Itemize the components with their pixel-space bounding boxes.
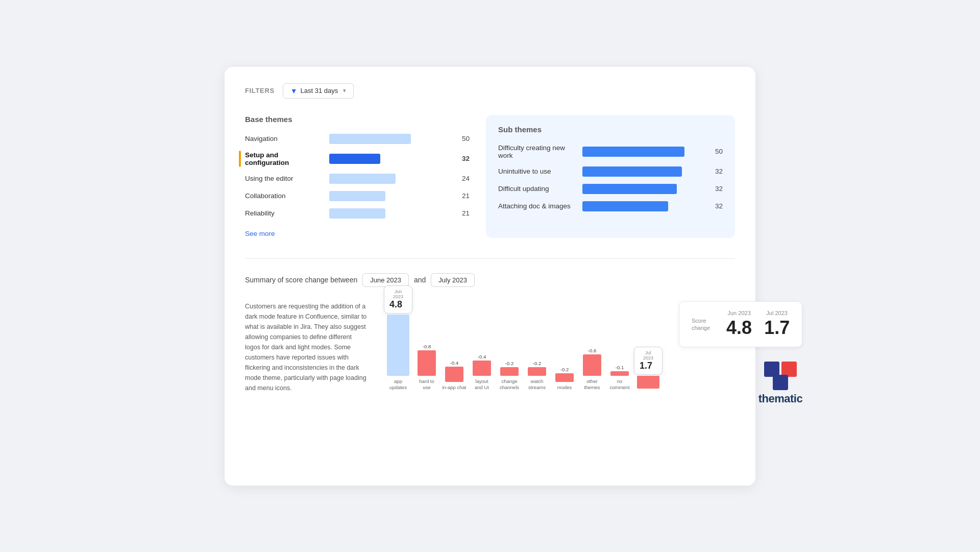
- val-label: -0.1: [616, 365, 624, 370]
- thematic-text: thematic: [758, 392, 802, 405]
- theme-bar: [329, 174, 396, 184]
- bar-wrapper: [329, 208, 452, 219]
- sc-jun-label: Jun 2023: [727, 310, 750, 316]
- sc-row-label: Score: [692, 318, 710, 324]
- wf-col: -0.6 otherthemes: [579, 300, 605, 391]
- sc-jul-label: Jul 2023: [766, 310, 788, 316]
- filter-value: Last 31 days: [301, 87, 338, 94]
- wf-bar: [500, 367, 519, 376]
- chart-description: Customers are requesting the addition of…: [245, 301, 368, 393]
- x-label: changechannels: [500, 378, 519, 391]
- sub-theme-row: Attaching doc & images 32: [498, 201, 723, 211]
- bar-wrapper: [582, 184, 705, 194]
- theme-name: Using the editor: [245, 175, 324, 182]
- wf-bar: [528, 367, 546, 376]
- x-label: hard touse: [419, 378, 434, 391]
- sc-jul-value: 1.7: [764, 317, 790, 339]
- bar-wrapper: [329, 154, 452, 164]
- wf-bar: [610, 371, 629, 376]
- wf-end-col: Jul 2023 1.7: [634, 347, 663, 391]
- theme-row: Navigation 50: [245, 134, 470, 144]
- thematic-logo-icon: [764, 362, 797, 390]
- val-label: -0.2: [533, 361, 541, 366]
- sub-theme-row: Difficulty creating new work 50: [498, 144, 723, 159]
- theme-bar: [329, 191, 385, 201]
- and-label: and: [414, 276, 426, 284]
- sub-theme-row: Unintuitive to use 32: [498, 166, 723, 177]
- theme-name: Difficulty creating new work: [498, 144, 577, 159]
- funnel-icon: ▼: [290, 87, 298, 95]
- theme-row-active: Setup and configuration 32: [245, 151, 470, 166]
- start-x-label: appupdates: [389, 378, 407, 391]
- sub-bar: [582, 147, 684, 157]
- theme-row: Collaboration 21: [245, 191, 470, 201]
- bar-wrapper: [582, 166, 705, 177]
- theme-count: 32: [457, 155, 470, 162]
- sub-bar: [582, 201, 668, 211]
- sub-themes: Sub themes Difficulty creating new work …: [486, 115, 735, 238]
- theme-count: 32: [710, 167, 723, 175]
- chevron-down-icon: ▾: [343, 87, 346, 94]
- val-label: -0.2: [505, 361, 513, 366]
- theme-count: 21: [457, 192, 470, 200]
- thematic-logo: thematic: [758, 362, 802, 405]
- main-card: FILTERS ▼ Last 31 days ▾ Base themes Nav…: [225, 67, 755, 486]
- theme-count: 50: [710, 148, 723, 155]
- date-pill-june[interactable]: June 2023: [362, 273, 409, 287]
- wf-col: -0.8 hard touse: [413, 317, 440, 391]
- sc-jun-value: 4.8: [726, 317, 752, 339]
- x-label: otherthemes: [584, 378, 600, 391]
- date-pill-july[interactable]: July 2023: [431, 273, 475, 287]
- val-label: -0.6: [588, 348, 596, 353]
- bar-wrapper: [329, 191, 452, 201]
- chart-area: Jun 2023 4.8 appupdates -0.8 hard touse: [384, 301, 663, 403]
- score-header: Summary of score change between June 202…: [245, 273, 735, 287]
- end-bar: [637, 376, 659, 389]
- theme-count: 50: [457, 135, 470, 142]
- start-sublabel: Jun 2023: [389, 289, 407, 299]
- svg-rect-2: [773, 375, 788, 390]
- theme-name: Navigation: [245, 135, 324, 142]
- theme-name: Collaboration: [245, 192, 324, 200]
- theme-count: 21: [457, 209, 470, 217]
- base-themes-title: Base themes: [245, 115, 470, 124]
- theme-name: Setup and configuration: [245, 151, 324, 166]
- theme-bar: [329, 208, 385, 219]
- start-value-pill: Jun 2023 4.8: [384, 285, 412, 314]
- wf-start-col: Jun 2023 4.8 appupdates: [384, 285, 412, 391]
- theme-name: Difficult updating: [498, 185, 577, 193]
- themes-section: Base themes Navigation 50 Setup and conf…: [245, 115, 735, 238]
- val-label: -0.8: [423, 344, 431, 349]
- wf-col: -0.2 watchstreams: [524, 306, 550, 391]
- base-themes: Base themes Navigation 50 Setup and conf…: [245, 115, 486, 238]
- chart-row: Customers are requesting the addition of…: [245, 301, 735, 405]
- sub-theme-row: Difficult updating 32: [498, 184, 723, 194]
- score-change-box: Score change Jun 2023 4.8 Jul 2023 1.7: [679, 301, 802, 347]
- wf-col: -0.4 in-app chat: [441, 322, 468, 391]
- end-value-pill: Jul 2023 1.7: [634, 347, 663, 375]
- sc-label-col: Score change: [692, 318, 710, 331]
- theme-bar: [329, 154, 380, 164]
- score-change-label: Summary of score change between: [245, 276, 357, 284]
- wf-col: -0.4 layoutand UI: [469, 309, 495, 391]
- theme-name: Attaching doc & images: [498, 202, 577, 210]
- wf-bar: [555, 373, 574, 382]
- filters-row: FILTERS ▼ Last 31 days ▾: [245, 83, 735, 99]
- theme-row: Reliability 21: [245, 208, 470, 219]
- val-label: -0.2: [560, 367, 569, 372]
- svg-rect-0: [764, 362, 779, 377]
- sc-values: Jun 2023 4.8 Jul 2023 1.7: [726, 310, 790, 339]
- theme-count: 32: [710, 202, 723, 210]
- theme-name: Unintuitive to use: [498, 167, 577, 175]
- theme-count: 32: [710, 185, 723, 193]
- wf-col: -0.2 changechannels: [496, 310, 523, 391]
- wf-col: -0.2 modes: [551, 308, 578, 391]
- see-more-link[interactable]: See more: [245, 230, 275, 237]
- wf-bar: [583, 354, 601, 376]
- sub-bar: [582, 166, 682, 177]
- x-label: layoutand UI: [475, 378, 489, 391]
- sub-themes-title: Sub themes: [498, 125, 723, 134]
- theme-count: 24: [457, 175, 470, 182]
- filter-dropdown[interactable]: ▼ Last 31 days ▾: [283, 83, 354, 99]
- bar-wrapper: [582, 201, 705, 211]
